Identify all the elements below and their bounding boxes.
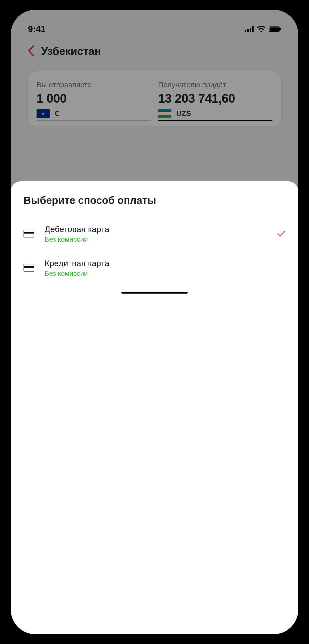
payment-option-title: Дебетовая карта [45, 224, 267, 234]
card-icon [24, 230, 34, 238]
home-indicator[interactable] [121, 292, 188, 294]
payment-option-subtitle: Без комиссии [45, 270, 285, 278]
payment-option-credit[interactable]: Кредитная карта Без комиссии [24, 254, 285, 282]
payment-method-sheet: Выберите способ оплаты Дебетовая карта Б… [11, 181, 298, 634]
payment-option-debit[interactable]: Дебетовая карта Без комиссии [24, 220, 285, 248]
card-icon [24, 264, 34, 272]
sheet-title: Выберите способ оплаты [24, 194, 285, 206]
payment-option-title: Кредитная карта [45, 258, 285, 268]
svg-rect-10 [24, 266, 34, 268]
payment-option-subtitle: Без комиссии [45, 236, 267, 243]
checkmark-icon [277, 230, 285, 238]
svg-rect-8 [24, 232, 34, 234]
